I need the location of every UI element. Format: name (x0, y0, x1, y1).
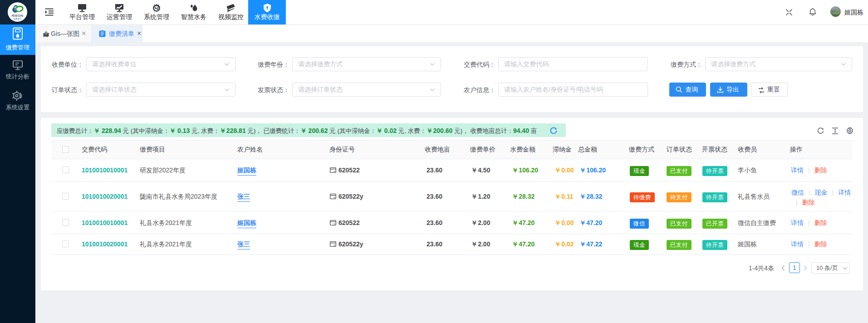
svg-text:RIEON: RIEON (12, 14, 24, 18)
svg-text:瑞恩电气: 瑞恩电气 (13, 18, 22, 20)
